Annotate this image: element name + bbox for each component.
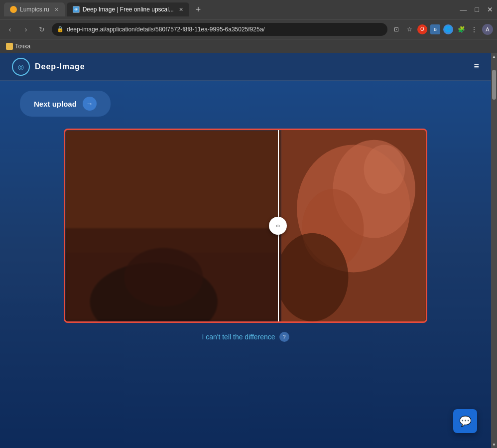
title-bar: Lumpics.ru ✕ 👁 Deep Image | Free online …	[0, 0, 497, 19]
new-tab-button[interactable]: +	[191, 2, 205, 16]
close-button[interactable]: ✕	[487, 5, 493, 13]
comparison-image: ‹›	[65, 130, 426, 321]
back-button[interactable]: ‹	[4, 25, 16, 33]
handle-arrows-icon: ‹›	[276, 222, 280, 229]
chat-fab-icon: 💬	[459, 415, 472, 427]
svg-rect-12	[281, 130, 426, 321]
bookmark-label: Точка	[15, 43, 30, 50]
app-body: Next upload →	[0, 81, 491, 380]
puzzle-icon[interactable]: 🧩	[456, 24, 466, 34]
next-upload-label: Next upload	[34, 100, 77, 108]
tab-lumpics-label: Lumpics.ru	[20, 6, 49, 13]
bookmarks-bar: Точка	[0, 39, 497, 53]
tab-lumpics[interactable]: Lumpics.ru ✕	[4, 2, 65, 16]
tab-deep-image-close[interactable]: ✕	[179, 6, 183, 13]
maximize-button[interactable]: □	[475, 5, 479, 13]
tab-deep-image[interactable]: 👁 Deep Image | Free online upscal... ✕	[67, 2, 189, 16]
address-bar: ‹ › ↻ 🔒 deep-image.ai/application/detail…	[0, 19, 497, 39]
hamburger-menu[interactable]: ≡	[474, 61, 479, 72]
app-header: ◎ Deep-Image ≡	[0, 53, 491, 81]
toolbar-icons: ⊡ ☆ O B 🌐 🧩 ⋮ A	[391, 24, 493, 35]
tab-deep-image-label: Deep Image | Free online upscal...	[83, 6, 174, 13]
bookmark-icon	[6, 43, 13, 50]
minimize-button[interactable]: —	[460, 5, 467, 13]
cast-icon[interactable]: ⊡	[391, 24, 401, 34]
scrollbar-up-arrow[interactable]: ▲	[491, 53, 497, 60]
star-icon[interactable]: ☆	[404, 24, 414, 34]
chat-fab-button[interactable]: 💬	[453, 409, 477, 433]
new-tab-icon: +	[196, 4, 201, 15]
logo-icon: ◎	[12, 58, 30, 76]
logo-text: Deep-Image	[35, 62, 85, 71]
deep-image-favicon: 👁	[73, 6, 80, 13]
menu-icon[interactable]: ⋮	[469, 24, 479, 34]
profile-initial: A	[486, 26, 489, 32]
scrollbar-thumb[interactable]	[492, 70, 496, 100]
bookmark-tochka[interactable]: Точка	[6, 43, 30, 50]
window-controls: — □ ✕	[460, 5, 493, 13]
profile-avatar[interactable]: A	[482, 24, 493, 35]
logo-eye-icon: ◎	[18, 63, 24, 71]
image-before	[65, 130, 281, 321]
next-upload-button[interactable]: Next upload →	[20, 91, 111, 117]
image-after	[281, 130, 426, 321]
globe-icon[interactable]: 🌐	[443, 24, 453, 34]
caption-area: I can't tell the difference ?	[20, 332, 471, 342]
tab-lumpics-close[interactable]: ✕	[54, 6, 59, 13]
reload-button[interactable]: ↻	[36, 25, 48, 33]
forward-button[interactable]: ›	[20, 25, 32, 33]
main-content: ◎ Deep-Image ≡ Next upload →	[0, 53, 491, 448]
scrollbar[interactable]: ▲ ▼	[491, 53, 497, 448]
caption-link[interactable]: I can't tell the difference	[202, 333, 275, 341]
lumpics-favicon	[10, 6, 17, 13]
opera-icon[interactable]: O	[417, 24, 427, 34]
app-logo: ◎ Deep-Image	[12, 58, 85, 76]
image-comparison-container[interactable]: ‹›	[64, 129, 427, 323]
lock-icon: 🔒	[57, 26, 64, 32]
comparison-divider-handle[interactable]: ‹›	[269, 217, 287, 235]
browser-frame: Lumpics.ru ✕ 👁 Deep Image | Free online …	[0, 0, 497, 448]
next-upload-arrow: →	[83, 97, 97, 111]
svg-rect-5	[65, 130, 281, 321]
extension-icon[interactable]: B	[430, 24, 440, 34]
url-bar[interactable]: 🔒 deep-image.ai/application/details/580f…	[52, 23, 387, 36]
scrollbar-down-arrow[interactable]: ▼	[491, 441, 497, 448]
help-icon[interactable]: ?	[279, 332, 289, 342]
content-area: ◎ Deep-Image ≡ Next upload →	[0, 53, 497, 448]
url-text: deep-image.ai/application/details/580f75…	[67, 26, 382, 33]
